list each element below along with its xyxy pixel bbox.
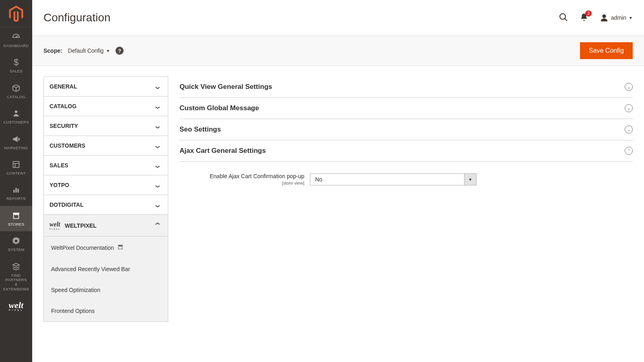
sidebar-item-stores[interactable]: STORES <box>0 206 32 231</box>
sidebar-item-customers[interactable]: CUSTOMERS <box>0 104 32 129</box>
tab-dotdigital[interactable]: DOTDIGITAL ⌄ <box>44 195 168 215</box>
section-title: Quick View General Settings <box>180 83 272 91</box>
sidebar-item-label: CUSTOMERS <box>3 120 29 124</box>
section-seo-settings[interactable]: Seo Settings ⌄ <box>180 119 633 140</box>
dollar-icon: $ <box>14 58 19 67</box>
scope-help-button[interactable]: ? <box>116 47 124 55</box>
user-menu[interactable]: admin ▼ <box>600 13 633 22</box>
sidebar-item-label: SYSTEM <box>8 247 25 252</box>
chevron-down-icon: ⌄ <box>153 181 162 189</box>
field-scope: [store view] <box>282 181 304 185</box>
subtab-recently-viewed[interactable]: Advanced Recently Viewed Bar <box>44 259 168 280</box>
sidebar-item-marketing[interactable]: MARKETING <box>0 130 32 155</box>
sidebar-item-label: FIND PARTNERS & EXTENSIONS <box>2 273 31 292</box>
config-tabs: GENERAL ⌄ CATALOG ⌄ SECURITY ⌄ CUSTOMERS… <box>43 76 168 322</box>
caret-down-icon: ▼ <box>629 16 633 20</box>
subtab-frontend-options[interactable]: Frontend Options <box>44 300 168 321</box>
tab-label: DOTDIGITAL <box>50 202 84 208</box>
gear-icon <box>12 236 20 246</box>
subtab-label: Advanced Recently Viewed Bar <box>51 266 130 272</box>
tab-label: SALES <box>50 162 68 169</box>
search-button[interactable] <box>559 12 568 23</box>
section-title: Ajax Cart General Settings <box>180 147 266 155</box>
chevron-up-icon: ⌃ <box>153 222 162 229</box>
sidebar-item-reports[interactable]: REPORTS <box>0 180 32 206</box>
section-quick-view[interactable]: Quick View General Settings ⌄ <box>180 76 633 98</box>
tab-yotpo[interactable]: YOTPO ⌄ <box>44 175 168 195</box>
page-title: Configuration <box>43 11 111 24</box>
sidebar-item-sales[interactable]: $ SALES <box>0 53 32 78</box>
page-header: Configuration 2 admin ▼ <box>32 0 644 35</box>
expand-icon: ⌄ <box>625 83 633 91</box>
svg-rect-3 <box>13 190 14 193</box>
sidebar-item-label: CONTENT <box>6 171 26 175</box>
sidebar-item-label: REPORTS <box>6 196 26 201</box>
svg-point-6 <box>560 14 566 19</box>
magento-icon <box>9 6 23 22</box>
field-label: Enable Ajax Cart Confirmation pop-up <box>180 173 304 179</box>
admin-sidebar: DASHBOARD $ SALES CATALOG CUSTOMERS MARK… <box>0 0 32 362</box>
section-custom-global-message[interactable]: Custom Global Message ⌄ <box>180 98 633 119</box>
config-sections: Quick View General Settings ⌄ Custom Glo… <box>180 76 633 189</box>
magento-logo[interactable] <box>0 0 32 27</box>
tab-label: CATALOG <box>50 103 76 109</box>
sidebar-item-dashboard[interactable]: DASHBOARD <box>0 27 32 53</box>
sidebar-item-label: SALES <box>10 69 23 73</box>
subtab-label: Frontend Options <box>51 308 95 314</box>
svg-point-7 <box>602 14 606 18</box>
expand-icon: ⌄ <box>625 104 633 112</box>
bar-chart-icon <box>12 185 20 195</box>
sidebar-item-system[interactable]: SYSTEM <box>0 231 32 257</box>
section-ajax-cart-body: Enable Ajax Cart Confirmation pop-up [st… <box>180 162 633 189</box>
weltpixel-logo[interactable]: welt PIXEL <box>0 296 32 317</box>
expand-icon: ⌄ <box>625 125 633 134</box>
scope-label: Scope: <box>43 47 62 54</box>
caret-down-icon: ▼ <box>106 49 110 53</box>
sidebar-item-label: STORES <box>8 222 25 226</box>
user-name: admin <box>611 14 626 21</box>
save-config-button[interactable]: Save Config <box>580 42 633 59</box>
user-icon <box>600 13 609 22</box>
sidebar-item-label: DASHBOARD <box>4 43 29 48</box>
svg-point-1 <box>15 111 18 113</box>
tab-general[interactable]: GENERAL ⌄ <box>44 77 168 97</box>
tab-catalog[interactable]: CATALOG ⌄ <box>44 97 168 116</box>
enable-ajax-cart-select[interactable]: No ▼ <box>310 173 477 185</box>
subtab-speed-optimization[interactable]: Speed Optimization <box>44 280 168 300</box>
field-control: No ▼ <box>310 173 477 185</box>
tab-security[interactable]: SECURITY ⌄ <box>44 116 168 136</box>
collapse-icon: ⌃ <box>625 147 633 155</box>
subtab-documentation[interactable]: WeltPixel Documentation <box>44 237 168 259</box>
field-label-wrap: Enable Ajax Cart Confirmation pop-up [st… <box>180 173 304 186</box>
subtab-label: WeltPixel Documentation <box>51 245 114 251</box>
sidebar-item-catalog[interactable]: CATALOG <box>0 78 32 104</box>
chevron-down-icon: ⌄ <box>153 83 162 90</box>
weltpixel-small-logo: weltPIXEL <box>50 221 61 230</box>
person-icon <box>12 109 20 118</box>
store-icon <box>12 211 21 220</box>
tab-customers[interactable]: CUSTOMERS ⌄ <box>44 136 168 156</box>
section-ajax-cart[interactable]: Ajax Cart General Settings ⌃ <box>180 140 633 162</box>
megaphone-icon <box>12 134 21 144</box>
tab-label: SECURITY <box>50 123 78 129</box>
scope-bar: Scope: Default Config ▼ ? Save Config <box>32 35 644 66</box>
weltpixel-subtabs: WeltPixel Documentation Advanced Recentl… <box>44 237 168 321</box>
store-icon <box>117 244 124 251</box>
layout-icon <box>12 160 20 169</box>
sidebar-item-label: CATALOG <box>7 95 25 99</box>
scope-selected: Default Config <box>68 47 104 54</box>
weltpixel-logo-text: welt <box>8 302 23 309</box>
tab-sales[interactable]: SALES ⌄ <box>44 156 168 175</box>
sidebar-item-partners[interactable]: FIND PARTNERS & EXTENSIONS <box>0 257 32 296</box>
tab-weltpixel[interactable]: weltPIXEL WELTPIXEL ⌃ <box>44 215 168 237</box>
search-icon <box>559 12 568 22</box>
notifications-button[interactable]: 2 <box>580 13 588 23</box>
sidebar-item-content[interactable]: CONTENT <box>0 155 32 180</box>
tab-label: GENERAL <box>50 83 77 90</box>
scope-selector[interactable]: Default Config ▼ <box>68 47 110 54</box>
gauge-icon <box>12 32 21 42</box>
section-title: Seo Settings <box>180 125 221 134</box>
config-body: GENERAL ⌄ CATALOG ⌄ SECURITY ⌄ CUSTOMERS… <box>32 66 644 332</box>
main-content: Configuration 2 admin ▼ Scope: <box>32 0 644 362</box>
subtab-label: Speed Optimization <box>51 287 100 293</box>
